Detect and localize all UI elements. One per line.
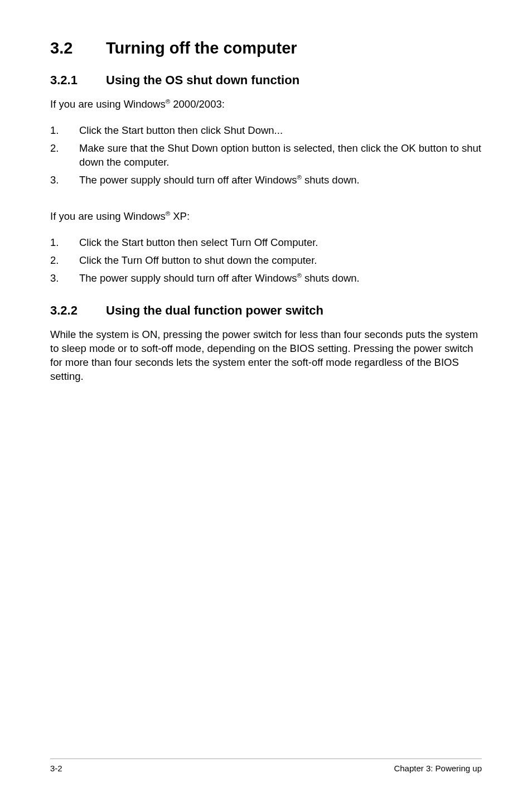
intro-paragraph: If you are using Windows® 2000/2003: (50, 98, 482, 112)
step-text: Click the Turn Off button to shut down t… (79, 254, 482, 268)
subsection-heading: 3.2.2Using the dual function power switc… (50, 303, 482, 318)
intro-text-prefix: If you are using Windows (50, 210, 166, 222)
intro-text-prefix: If you are using Windows (50, 98, 166, 110)
step-number: 2. (50, 254, 79, 268)
step-number: 3. (50, 272, 79, 286)
step-text: Click the Start button then select Turn … (79, 236, 482, 250)
list-item: 2. Make sure that the Shut Down option b… (50, 142, 482, 170)
section-number: 3.2 (50, 39, 106, 57)
step-list: 1. Click the Start button then click Shu… (50, 124, 482, 187)
intro-paragraph: If you are using Windows® XP: (50, 210, 482, 224)
intro-text-suffix: XP: (170, 210, 190, 222)
page-footer: 3-2 Chapter 3: Powering up (50, 758, 482, 773)
step-list: 1. Click the Start button then select Tu… (50, 236, 482, 286)
step-text-suffix: shuts down. (302, 272, 360, 284)
intro-text-suffix: 2000/2003: (170, 98, 225, 110)
list-item: 3. The power supply should turn off afte… (50, 272, 482, 286)
subsection-heading: 3.2.1Using the OS shut down function (50, 73, 482, 88)
list-item: 1. Click the Start button then select Tu… (50, 236, 482, 250)
registered-mark: ® (166, 210, 170, 217)
list-item: 2. Click the Turn Off button to shut dow… (50, 254, 482, 268)
step-number: 2. (50, 142, 79, 170)
step-number: 1. (50, 124, 79, 138)
subsection-number: 3.2.1 (50, 73, 106, 88)
section-heading: 3.2Turning off the computer (50, 39, 482, 57)
body-paragraph: While the system is ON, pressing the pow… (50, 328, 482, 384)
section-title: Turning off the computer (106, 39, 297, 57)
registered-mark: ® (166, 98, 170, 105)
step-text: The power supply should turn off after W… (79, 173, 482, 187)
subsection-title: Using the OS shut down function (106, 73, 299, 87)
step-number: 1. (50, 236, 79, 250)
chapter-label: Chapter 3: Powering up (394, 764, 482, 773)
step-text: Click the Start button then click Shut D… (79, 124, 482, 138)
subsection-number: 3.2.2 (50, 303, 106, 318)
step-text-prefix: The power supply should turn off after W… (79, 174, 297, 186)
registered-mark: ® (297, 174, 301, 181)
step-text-suffix: shuts down. (302, 174, 360, 186)
subsection-title: Using the dual function power switch (106, 303, 323, 317)
page-number: 3-2 (50, 764, 62, 773)
step-number: 3. (50, 173, 79, 187)
step-text: Make sure that the Shut Down option butt… (79, 142, 482, 170)
registered-mark: ® (297, 272, 301, 279)
step-text: The power supply should turn off after W… (79, 272, 482, 286)
list-item: 3. The power supply should turn off afte… (50, 173, 482, 187)
step-text-prefix: The power supply should turn off after W… (79, 272, 297, 284)
list-item: 1. Click the Start button then click Shu… (50, 124, 482, 138)
